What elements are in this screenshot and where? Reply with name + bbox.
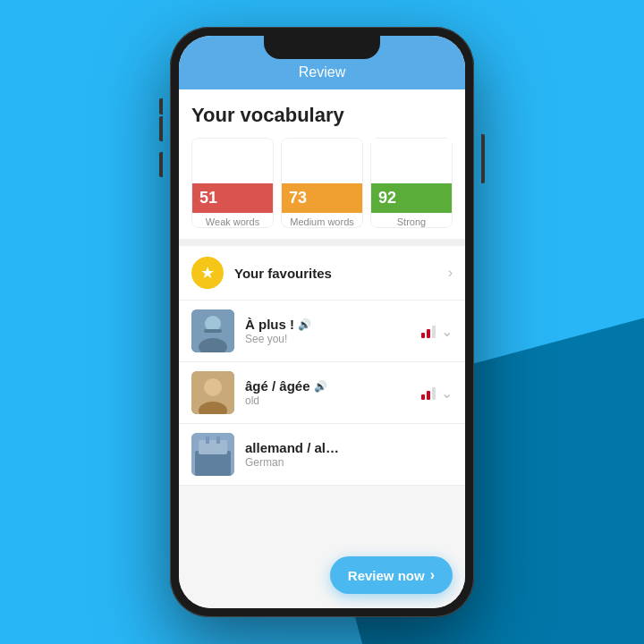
header-title: Review — [299, 64, 345, 80]
review-now-button[interactable]: Review now › — [330, 556, 453, 594]
vocab-cards: 51 Weak words 73 Medium words — [191, 138, 453, 228]
phone-notch — [264, 36, 380, 59]
medium-label: Medium words — [282, 216, 362, 227]
word-right-2: ⌄ — [421, 385, 453, 402]
favourites-row[interactable]: ★ Your favourites › — [179, 246, 465, 301]
vocab-title: Your vocabulary — [191, 104, 453, 127]
bar-2-2 — [427, 391, 430, 400]
bar-1-2 — [427, 329, 430, 338]
card-bottom-weak: 51 — [192, 183, 273, 213]
strong-count: 92 — [378, 189, 396, 208]
star-icon: ★ — [200, 263, 215, 283]
svg-rect-11 — [216, 436, 220, 444]
word-list: À plus ! 🔊 See you! — [179, 301, 465, 486]
chevron-right-icon: › — [448, 265, 453, 281]
word-right-1: ⌄ — [421, 323, 453, 340]
vocab-section: Your vocabulary 51 Weak words — [179, 89, 465, 239]
svg-rect-8 — [195, 451, 231, 476]
word-item-1[interactable]: À plus ! 🔊 See you! — [179, 301, 465, 362]
svg-rect-2 — [204, 329, 222, 333]
main-content: Your vocabulary 51 Weak words — [179, 89, 465, 608]
word-item-3[interactable]: allemand / al… German — [179, 424, 465, 486]
word-info-3: allemand / al… German — [245, 440, 453, 469]
bar-1-1 — [421, 333, 425, 338]
expand-icon-1[interactable]: ⌄ — [441, 323, 453, 340]
card-bottom-medium: 73 — [282, 183, 362, 213]
card-top-medium — [282, 139, 362, 183]
word-translation-2: old — [245, 394, 421, 407]
bar-2-3 — [432, 387, 436, 400]
app-header: Review — [179, 59, 465, 89]
word-avatar-3 — [191, 433, 234, 476]
card-top-strong — [371, 139, 452, 183]
word-foreign-2: âgé / âgée 🔊 — [245, 378, 421, 394]
strength-bars-1 — [421, 324, 436, 338]
card-bottom-strong: 92 — [371, 183, 452, 213]
vocab-card-weak[interactable]: 51 Weak words — [191, 138, 274, 228]
word-avatar-1 — [191, 309, 234, 352]
word-translation-3: German — [245, 456, 453, 469]
sound-icon-1[interactable]: 🔊 — [298, 318, 311, 331]
weak-count: 51 — [199, 189, 217, 208]
review-btn-label: Review now — [348, 568, 425, 583]
bar-1-3 — [432, 326, 436, 338]
svg-rect-9 — [199, 440, 227, 454]
favourites-label: Your favourites — [234, 266, 448, 281]
review-btn-arrow: › — [430, 567, 435, 583]
bar-2-1 — [421, 394, 425, 400]
word-avatar-2 — [191, 371, 234, 414]
word-info-1: À plus ! 🔊 See you! — [245, 317, 421, 345]
sound-icon-2[interactable]: 🔊 — [314, 380, 327, 393]
strength-bars-2 — [421, 386, 436, 400]
vocab-card-strong[interactable]: 92 Strong — [370, 138, 453, 228]
vocab-card-medium[interactable]: 73 Medium words — [281, 138, 363, 228]
section-divider — [179, 239, 465, 246]
medium-count: 73 — [289, 189, 307, 208]
svg-point-5 — [204, 378, 222, 396]
word-foreign-3: allemand / al… — [245, 440, 453, 455]
svg-rect-10 — [206, 436, 209, 444]
favourites-icon: ★ — [191, 257, 224, 289]
app-content: Review Your vocabulary 51 Weak words — [179, 36, 465, 608]
card-top-weak — [192, 139, 273, 183]
review-btn-container: Review now › — [330, 556, 453, 594]
word-foreign-1: À plus ! 🔊 — [245, 317, 421, 332]
word-item-2[interactable]: âgé / âgée 🔊 old — [179, 362, 465, 424]
phone-frame: Review Your vocabulary 51 Weak words — [170, 27, 474, 617]
weak-label: Weak words — [192, 216, 273, 227]
word-info-2: âgé / âgée 🔊 old — [245, 378, 421, 407]
strong-label: Strong — [371, 216, 452, 227]
expand-icon-2[interactable]: ⌄ — [441, 385, 453, 402]
word-translation-1: See you! — [245, 333, 421, 345]
